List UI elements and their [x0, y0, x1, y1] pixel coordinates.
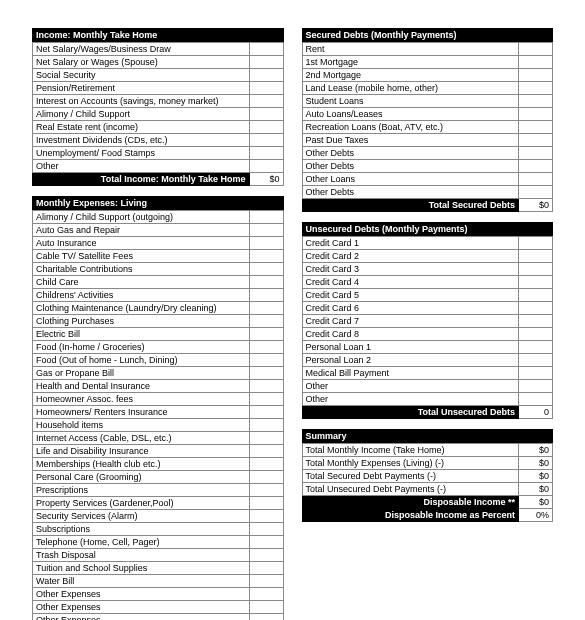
row-value-cell[interactable]: [249, 69, 283, 82]
row-label: Child Care: [33, 276, 250, 289]
table-row: Other Debts: [302, 147, 553, 160]
row-value-cell[interactable]: [249, 263, 283, 276]
row-value-cell[interactable]: [519, 263, 553, 276]
row-label: Household items: [33, 419, 250, 432]
row-value-cell[interactable]: [249, 575, 283, 588]
row-value-cell[interactable]: [519, 341, 553, 354]
row-value-cell[interactable]: [519, 315, 553, 328]
row-value-cell[interactable]: [249, 471, 283, 484]
row-label: Auto Loans/Leases: [302, 108, 519, 121]
total-row: Total Unsecured Debts0: [302, 406, 553, 419]
row-value-cell[interactable]: [249, 510, 283, 523]
row-value-cell[interactable]: [519, 393, 553, 406]
row-label: Credit Card 8: [302, 328, 519, 341]
row-value-cell[interactable]: [519, 147, 553, 160]
table-row: Medical Bill Payment: [302, 367, 553, 380]
row-value-cell[interactable]: [249, 276, 283, 289]
row-value-cell[interactable]: [249, 419, 283, 432]
unsecured-header: Unsecured Debts (Monthly Payments): [302, 222, 554, 236]
row-value-cell[interactable]: [249, 458, 283, 471]
row-value-cell[interactable]: [249, 406, 283, 419]
row-value-cell[interactable]: [249, 614, 283, 621]
summary-section: Summary Total Monthly Income (Take Home)…: [302, 429, 554, 522]
row-value-cell[interactable]: [249, 82, 283, 95]
row-value-cell[interactable]: [519, 302, 553, 315]
row-value-cell[interactable]: [249, 147, 283, 160]
row-value-cell[interactable]: [249, 160, 283, 173]
row-value-cell[interactable]: [249, 211, 283, 224]
total-value: $0: [249, 173, 283, 186]
row-label: Alimony / Child Support: [33, 108, 250, 121]
row-label: Other: [302, 380, 519, 393]
row-value-cell[interactable]: [519, 69, 553, 82]
row-value-cell[interactable]: [249, 354, 283, 367]
expenses-section: Monthly Expenses: Living Alimony / Child…: [32, 196, 284, 620]
row-value-cell[interactable]: [249, 289, 283, 302]
row-value-cell[interactable]: [519, 108, 553, 121]
table-row: Food (In-home / Groceries): [33, 341, 284, 354]
row-value-cell[interactable]: [519, 186, 553, 199]
row-value-cell[interactable]: [519, 380, 553, 393]
row-label: Interest on Accounts (savings, money mar…: [33, 95, 250, 108]
row-value-cell[interactable]: [519, 160, 553, 173]
row-value-cell[interactable]: [249, 562, 283, 575]
row-value-cell[interactable]: [519, 82, 553, 95]
row-label: Pension/Retirement: [33, 82, 250, 95]
table-row: Homeowner Assoc. fees: [33, 393, 284, 406]
row-value-cell[interactable]: [249, 601, 283, 614]
row-value-cell[interactable]: [249, 341, 283, 354]
row-value-cell[interactable]: [249, 315, 283, 328]
row-value-cell[interactable]: [519, 43, 553, 56]
row-value-cell[interactable]: [249, 134, 283, 147]
row-value-cell[interactable]: [249, 523, 283, 536]
row-value-cell[interactable]: [249, 302, 283, 315]
row-value-cell[interactable]: [249, 237, 283, 250]
row-value-cell[interactable]: [249, 108, 283, 121]
row-value-cell[interactable]: [519, 354, 553, 367]
row-value-cell[interactable]: [519, 56, 553, 69]
row-value-cell[interactable]: [249, 380, 283, 393]
table-row: Other: [302, 380, 553, 393]
table-row: Security Services (Alarm): [33, 510, 284, 523]
row-value-cell[interactable]: [519, 276, 553, 289]
row-value-cell[interactable]: [249, 549, 283, 562]
row-value-cell[interactable]: [519, 289, 553, 302]
row-value-cell[interactable]: [249, 43, 283, 56]
row-value-cell[interactable]: [249, 432, 283, 445]
row-value-cell[interactable]: [249, 121, 283, 134]
row-label: Food (Out of home - Lunch, Dining): [33, 354, 250, 367]
row-label: Life and Disability Insurance: [33, 445, 250, 458]
row-label: Credit Card 2: [302, 250, 519, 263]
row-value-cell[interactable]: [249, 445, 283, 458]
row-value-cell[interactable]: [249, 393, 283, 406]
table-row: Credit Card 7: [302, 315, 553, 328]
secured-header: Secured Debts (Monthly Payments): [302, 28, 554, 42]
row-value-cell[interactable]: [249, 95, 283, 108]
table-row: Personal Care (Grooming): [33, 471, 284, 484]
row-value-cell[interactable]: [249, 536, 283, 549]
row-value-cell[interactable]: [249, 588, 283, 601]
row-label: Credit Card 6: [302, 302, 519, 315]
row-value-cell[interactable]: [249, 367, 283, 380]
row-label: Homeowner Assoc. fees: [33, 393, 250, 406]
row-value-cell[interactable]: [519, 328, 553, 341]
row-value-cell[interactable]: [249, 484, 283, 497]
row-value-cell[interactable]: [519, 121, 553, 134]
row-label: Personal Loan 1: [302, 341, 519, 354]
row-value-cell[interactable]: [519, 367, 553, 380]
row-value-cell[interactable]: [249, 224, 283, 237]
row-value-cell[interactable]: [519, 237, 553, 250]
row-value-cell[interactable]: [249, 56, 283, 69]
row-value-cell[interactable]: [519, 134, 553, 147]
row-value-cell[interactable]: [519, 95, 553, 108]
row-value-cell[interactable]: [519, 173, 553, 186]
income-header: Income: Monthly Take Home: [32, 28, 284, 42]
row-label: Internet Access (Cable, DSL, etc.): [33, 432, 250, 445]
row-value-cell[interactable]: [519, 250, 553, 263]
row-value-cell[interactable]: [249, 497, 283, 510]
disposable-income-row: Disposable Income **$0: [302, 496, 553, 509]
table-row: 2nd Mortgage: [302, 69, 553, 82]
row-label: Personal Loan 2: [302, 354, 519, 367]
row-value-cell[interactable]: [249, 328, 283, 341]
row-value-cell[interactable]: [249, 250, 283, 263]
